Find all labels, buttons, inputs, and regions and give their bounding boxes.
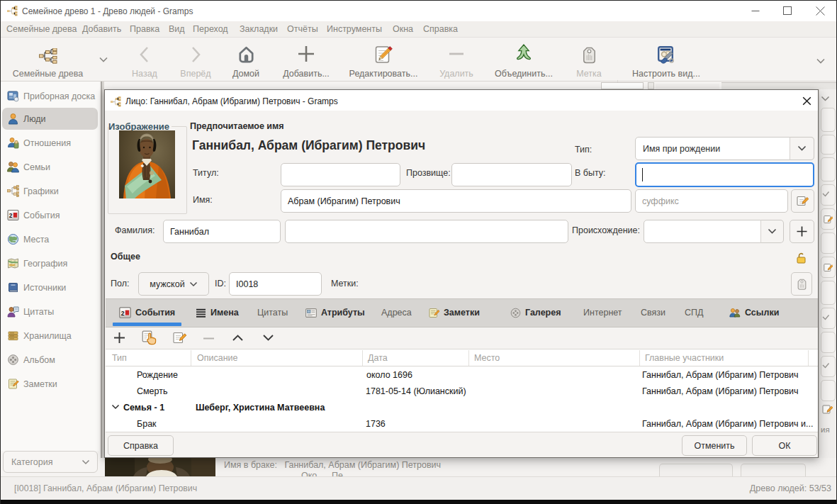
- svg-text:2: 2: [9, 212, 13, 219]
- svg-text:2: 2: [121, 310, 125, 317]
